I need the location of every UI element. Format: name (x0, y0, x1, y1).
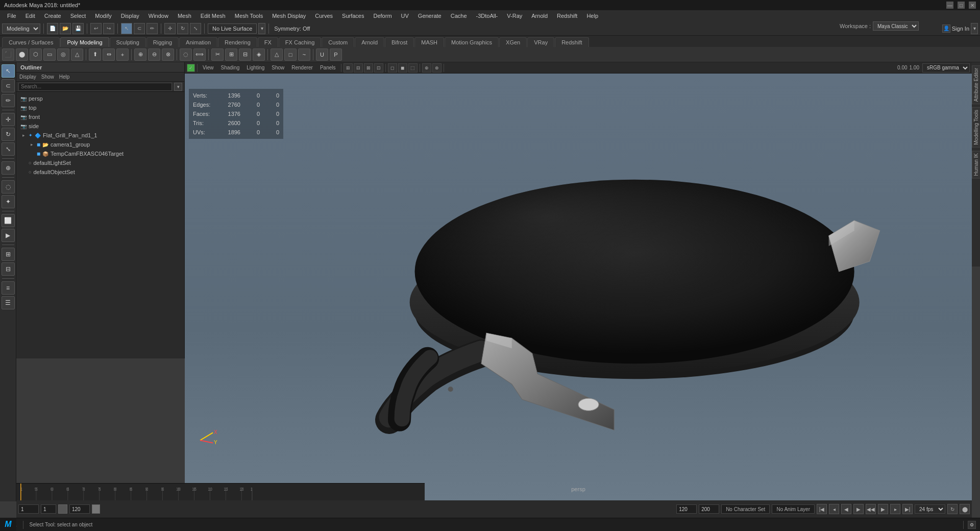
color-space-dropdown[interactable]: sRGB gamma (922, 63, 970, 73)
tab-animation[interactable]: Animation (179, 37, 217, 47)
rotate-tool[interactable]: ↻ (2, 128, 15, 141)
shelf-mirror[interactable]: ⟺ (193, 49, 206, 61)
shelf-bevel[interactable]: ◈ (253, 49, 265, 61)
move-tool-btn[interactable]: ✛ (164, 23, 176, 34)
lasso-tool-btn[interactable]: ⊂ (134, 23, 145, 34)
outliner-search-input[interactable] (18, 83, 172, 91)
minimize-button[interactable]: — (946, 2, 953, 9)
ipr-render[interactable]: ▶ (2, 229, 15, 242)
show-manipulator[interactable]: ✦ (2, 195, 15, 208)
autokey-btn[interactable]: ⬤ (960, 504, 970, 514)
vp-btn-7[interactable]: ⬚ (408, 63, 418, 73)
tab-curves-surfaces[interactable]: Curves / Surfaces (2, 37, 60, 47)
current-frame-input[interactable] (18, 504, 39, 514)
shelf-quadrangulate[interactable]: □ (284, 49, 297, 61)
live-surface-menu-btn[interactable]: ▾ (258, 23, 265, 34)
vp-menu-renderer[interactable]: Renderer (288, 64, 316, 71)
vp-menu-lighting[interactable]: Lighting (243, 64, 267, 71)
prev-frame-btn[interactable]: ◀ (841, 504, 851, 514)
vp-menu-panels[interactable]: Panels (317, 64, 339, 71)
shelf-polycube[interactable]: ⬛ (2, 49, 14, 61)
tree-item-camera1-group[interactable]: ▸ ◼ 📂 camera1_group (16, 140, 184, 149)
grid-toggle[interactable]: ⊟ (2, 262, 15, 276)
outliner-menu-show[interactable]: Show (41, 74, 54, 80)
workspace-dropdown[interactable]: Maya Classic (873, 21, 919, 31)
outliner-menu-display[interactable]: Display (19, 74, 36, 80)
shelf-polycone[interactable]: △ (71, 49, 83, 61)
tab-custom[interactable]: Custom (322, 37, 354, 47)
vp-menu-view[interactable]: View (200, 64, 217, 71)
user-icon[interactable]: 👤 (942, 25, 950, 33)
tab-arnold[interactable]: Arnold (355, 37, 384, 47)
shelf-extrude[interactable]: ⬆ (89, 49, 101, 61)
tab-fx[interactable]: FX (258, 37, 278, 47)
tab-rigging[interactable]: Rigging (146, 37, 179, 47)
menu-mesh[interactable]: Mesh (174, 12, 195, 20)
menu-generate[interactable]: Generate (414, 12, 446, 20)
tab-vray[interactable]: VRay (527, 37, 554, 47)
menu-arnold[interactable]: Arnold (527, 12, 552, 20)
vp-btn-6[interactable]: ◼ (398, 63, 407, 73)
outliner-search-btn[interactable]: ▾ (174, 83, 182, 91)
shelf-insert-loop[interactable]: ⊞ (225, 49, 237, 61)
menu-vray[interactable]: V-Ray (503, 12, 526, 20)
human-ik-tab[interactable]: Human IK (972, 151, 981, 178)
menu-file[interactable]: File (3, 12, 20, 20)
tab-redshift[interactable]: Redshift (555, 37, 589, 47)
vp-btn-4[interactable]: ⊡ (374, 63, 383, 73)
channel-box[interactable]: ☰ (2, 296, 15, 309)
vp-menu-show[interactable]: Show (268, 64, 287, 71)
timeline-frame-bar[interactable]: 1 55 60 65 70 75 80 85 90 95 100 105 110… (16, 483, 425, 500)
menu-mesh-display[interactable]: Mesh Display (268, 12, 310, 20)
menu-edit[interactable]: Edit (21, 12, 39, 20)
vp-btn-3[interactable]: ⊠ (364, 63, 373, 73)
menu-window[interactable]: Window (144, 12, 173, 20)
sign-in-label[interactable]: Sign In (952, 26, 969, 32)
tab-xgen[interactable]: XGen (499, 37, 527, 47)
shelf-append[interactable]: + (116, 49, 129, 61)
paint-tool-btn[interactable]: ✏ (146, 23, 158, 34)
scale-tool[interactable]: ⤡ (2, 142, 15, 156)
menu-deform[interactable]: Deform (369, 12, 396, 20)
layer-editor[interactable]: ≡ (2, 281, 15, 295)
shelf-booleans[interactable]: ⊗ (162, 49, 174, 61)
vp-btn-9[interactable]: ⊗ (432, 63, 442, 73)
tab-mash[interactable]: MASH (414, 37, 444, 47)
maximize-button[interactable]: □ (958, 2, 965, 9)
shelf-offset-loop[interactable]: ⊟ (239, 49, 251, 61)
tree-item-front[interactable]: 📷 front (16, 112, 184, 122)
soft-modification[interactable]: ◌ (2, 180, 15, 194)
vp-btn-5[interactable]: ◻ (388, 63, 397, 73)
menu-modify[interactable]: Modify (91, 12, 115, 20)
shelf-smooth[interactable]: ◌ (180, 49, 192, 61)
prev-key-btn[interactable]: ◂ (829, 504, 839, 514)
shelf-polysphere[interactable]: ⬤ (16, 49, 28, 61)
menu-uv[interactable]: UV (397, 12, 413, 20)
tab-rendering[interactable]: Rendering (218, 37, 257, 47)
shelf-soften-edge[interactable]: ~ (298, 49, 310, 61)
shelf-multicut[interactable]: ✂ (211, 49, 224, 61)
paint-select-tool[interactable]: ✏ (2, 94, 15, 107)
range-start-input[interactable] (41, 504, 56, 514)
shelf-planar-map[interactable]: P (330, 49, 342, 61)
vp-btn-2[interactable]: ⊟ (354, 63, 363, 73)
menu-edit-mesh[interactable]: Edit Mesh (197, 12, 230, 20)
tree-item-top[interactable]: 📷 top (16, 103, 184, 112)
shelf-polytorus[interactable]: ◎ (57, 49, 69, 61)
menu-curves[interactable]: Curves (311, 12, 337, 20)
next-frame-btn[interactable]: ▶ (878, 504, 888, 514)
menu-create[interactable]: Create (40, 12, 65, 20)
fps-dropdown[interactable]: 24 fps (915, 504, 945, 514)
menu-surfaces[interactable]: Surfaces (338, 12, 368, 20)
vp-btn-8[interactable]: ⊕ (422, 63, 431, 73)
tree-item-default-light-set[interactable]: ○ defaultLightSet (16, 158, 184, 167)
tab-motion-graphics[interactable]: Motion Graphics (445, 37, 499, 47)
quick-layout[interactable]: ⊞ (2, 248, 15, 261)
skip-end-btn[interactable]: ▶| (902, 504, 913, 514)
new-file-btn[interactable]: 📄 (47, 23, 58, 34)
sign-in-dropdown-btn[interactable]: ▾ (971, 23, 978, 34)
title-bar-controls[interactable]: — □ ✕ (946, 2, 976, 9)
viewport[interactable]: ✓ View Shading Lighting Show Renderer Pa… (185, 62, 972, 500)
play-backward-btn[interactable]: ◀◀ (866, 504, 876, 514)
tree-item-tempcam[interactable]: ◼ 📦 TempCamFBXASC046Target (16, 149, 184, 158)
